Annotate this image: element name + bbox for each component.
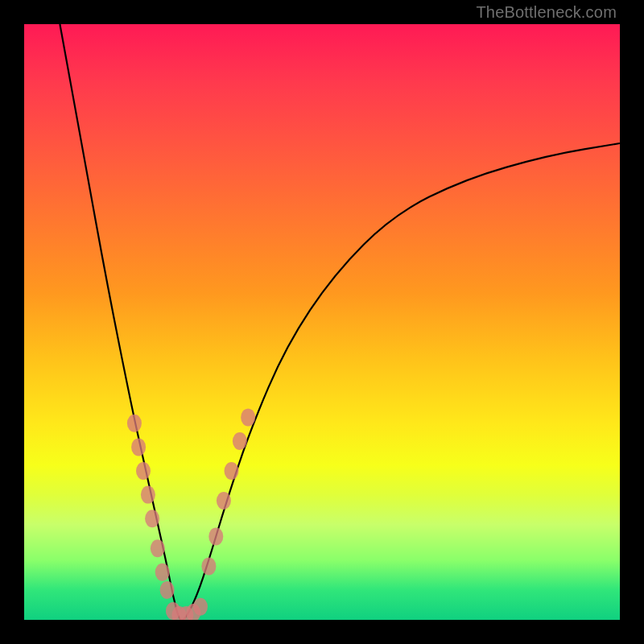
scatter-point <box>127 415 142 432</box>
scatter-point <box>151 539 165 557</box>
scatter-markers <box>127 408 255 620</box>
scatter-point <box>160 581 175 599</box>
scatter-point <box>208 527 223 545</box>
scatter-point <box>241 408 255 426</box>
bottleneck-curve <box>60 24 620 620</box>
scatter-point <box>225 462 239 480</box>
chart-frame <box>24 24 620 620</box>
chart-svg <box>24 24 620 620</box>
scatter-point <box>131 438 146 456</box>
watermark-text: TheBottleneck.com <box>476 3 617 22</box>
scatter-point <box>145 510 159 527</box>
scatter-point <box>217 492 231 510</box>
scatter-point <box>193 598 208 616</box>
scatter-point <box>233 432 247 450</box>
scatter-point <box>141 486 155 504</box>
scatter-point <box>155 564 170 581</box>
scatter-point <box>136 462 151 480</box>
scatter-point <box>201 557 216 575</box>
